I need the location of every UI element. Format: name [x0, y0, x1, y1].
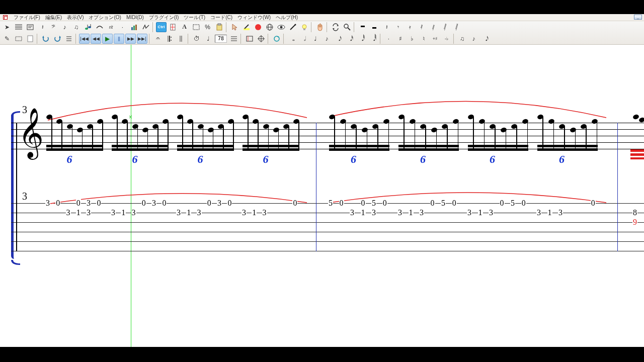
half-rest-icon[interactable] — [369, 22, 379, 32]
chord-icon[interactable] — [129, 22, 139, 32]
percent-icon[interactable]: % — [202, 22, 213, 32]
sixteenth-rest-icon[interactable]: 𝄿 — [404, 22, 414, 32]
beam-note-icon[interactable]: ♫ — [71, 22, 82, 32]
palette-red-icon[interactable] — [253, 22, 263, 32]
menu-plugin[interactable]: プラグイン(I) — [149, 14, 179, 21]
transport-rewind-start[interactable]: |◀◀ — [79, 34, 90, 44]
light-bulb-icon[interactable] — [299, 22, 309, 32]
menu-options[interactable]: オプション(O) — [89, 14, 121, 21]
arrows-loop-icon[interactable] — [330, 22, 341, 32]
stem — [367, 130, 368, 150]
tie-icon[interactable] — [94, 22, 105, 32]
minimize-button[interactable]: _ — [634, 15, 642, 20]
select-rect-icon[interactable] — [191, 22, 201, 32]
menu-file[interactable]: ファイル(F) — [14, 14, 40, 21]
menu-tool[interactable]: ツール(T) — [184, 14, 205, 21]
tab-number: 3 — [111, 209, 116, 217]
quarter-note-dur-icon[interactable]: ♩ — [310, 34, 320, 44]
tab-number: 0 — [207, 199, 212, 207]
natural-icon[interactable]: ♮ — [418, 34, 429, 44]
text-A-icon[interactable]: A — [179, 22, 190, 32]
eighth-note-icon[interactable]: ♪ — [321, 34, 332, 44]
sixtyfourth-rest-icon[interactable]: 𝅁 — [427, 22, 437, 32]
quarter-note-icon[interactable]: ♩ — [203, 34, 213, 44]
menu-window[interactable]: ウィンドウ(W) — [237, 14, 271, 21]
onetwentyeighth-rest-icon[interactable]: 𝅂 — [438, 22, 449, 32]
whole-rest-icon[interactable] — [357, 22, 368, 32]
justify-icon[interactable] — [228, 34, 239, 44]
undo-icon[interactable] — [40, 34, 51, 44]
pointer-icon[interactable]: ➤ — [2, 22, 12, 32]
notehead — [632, 114, 639, 120]
redo-icon[interactable] — [52, 34, 62, 44]
slur-group-icon[interactable]: ♫ — [457, 34, 467, 44]
menu-view[interactable]: 表示(V) — [67, 14, 84, 21]
double-flat-icon[interactable]: -♭ — [441, 34, 452, 44]
double-sharp-icon[interactable]: +♯ — [430, 34, 440, 44]
pen-highlight-icon[interactable] — [241, 22, 252, 32]
hand-icon[interactable] — [314, 22, 325, 32]
half-note-icon[interactable]: 𝅗𝅥 — [298, 34, 309, 44]
staff-icon[interactable] — [13, 22, 24, 32]
wand-dark-icon[interactable] — [287, 22, 298, 32]
bass-clef-icon[interactable]: 𝄢 — [48, 22, 58, 32]
cut-icon[interactable] — [168, 22, 178, 32]
transport-ff-end[interactable]: ▶▶| — [137, 34, 147, 44]
eighth-note-alt-icon[interactable]: ♪ — [468, 34, 479, 44]
beam — [112, 145, 169, 147]
transport-pause[interactable]: || — [114, 34, 124, 44]
menu-edit[interactable]: 編集(E) — [45, 14, 62, 21]
magnifier-icon[interactable] — [342, 22, 352, 32]
document-icon[interactable] — [25, 34, 35, 44]
thirtysecond-note-icon[interactable]: 𝅘𝅥𝅰 — [345, 34, 355, 44]
transport-rewind[interactable]: ◀◀ — [91, 34, 101, 44]
lyric-icon[interactable] — [25, 22, 35, 32]
flat-icon[interactable]: ♭ — [407, 34, 417, 44]
tab-number: 3 — [467, 209, 472, 217]
globe-icon[interactable] — [264, 22, 275, 32]
tempo-field[interactable] — [215, 35, 227, 43]
thirtysecond-rest-icon[interactable]: 𝅀 — [415, 22, 426, 32]
transport-ff[interactable]: ▶▶ — [125, 34, 136, 44]
dot-icon[interactable]: · — [383, 34, 394, 44]
eyeball-icon[interactable] — [276, 22, 286, 32]
menu-bar: ファイル(F) 編集(E) 表示(V) オプション(O) MIDI(D) プラグ… — [0, 14, 644, 21]
rest-icon[interactable]: 𝄽 — [36, 22, 47, 32]
menu-chord[interactable]: コード(C) — [210, 14, 232, 21]
svg-rect-49 — [247, 36, 253, 41]
refresh-mixer-icon[interactable] — [271, 34, 282, 44]
staccato-icon[interactable]: · — [117, 22, 128, 32]
twofiftysixth-rest-icon[interactable]: 𝅂 — [450, 22, 460, 32]
menu-midi[interactable]: MIDI(D) — [126, 15, 144, 20]
onetwentyeighth-note-icon[interactable]: 𝅘𝅥𝅲 — [368, 34, 378, 44]
transport-play[interactable]: ▶ — [102, 34, 113, 44]
beam — [329, 145, 389, 147]
region-icon[interactable] — [13, 34, 24, 44]
note-entry-icon[interactable]: ♪ — [59, 22, 70, 32]
barline-double-icon[interactable] — [176, 34, 186, 44]
sixteenth-note-icon[interactable]: 𝅘𝅥𝅯 — [333, 34, 344, 44]
coda-globe-icon[interactable] — [256, 34, 266, 44]
sixteenth-note-alt-icon[interactable]: 𝅘𝅥𝅯 — [480, 34, 491, 44]
clipboard-icon[interactable] — [214, 22, 224, 32]
score-canvas[interactable]: 3 𝄞 3 × — [0, 45, 644, 347]
coda-jump-icon[interactable] — [140, 22, 151, 32]
metronome-icon[interactable]: ⏱ — [191, 34, 202, 44]
eighth-rest-icon[interactable]: 𝄾 — [392, 22, 403, 32]
cursor-icon[interactable]: ✎ — [2, 34, 12, 44]
arrow-cursor-icon[interactable] — [229, 22, 240, 32]
ctrl-icon[interactable]: Ctrl — [156, 22, 167, 32]
repeat-barline-icon[interactable] — [164, 34, 175, 44]
quarter-rest-icon[interactable]: 𝄽 — [380, 22, 391, 32]
whole-note-icon[interactable]: 𝅝 — [287, 34, 297, 44]
sharp-icon[interactable]: ♯ — [395, 34, 406, 44]
repeat-bracket-icon[interactable] — [244, 34, 255, 44]
menu-help[interactable]: ヘルプ(H) — [276, 14, 298, 21]
notes-icon[interactable] — [83, 22, 93, 32]
list-icon[interactable] — [63, 34, 74, 44]
sixtyfourth-note-icon[interactable]: 𝅘𝅥𝅱 — [356, 34, 367, 44]
fermata-icon[interactable]: 𝄐 — [152, 34, 163, 44]
svg-rect-35 — [16, 37, 22, 41]
stem — [404, 117, 405, 150]
rit-icon[interactable]: rit — [106, 22, 116, 32]
